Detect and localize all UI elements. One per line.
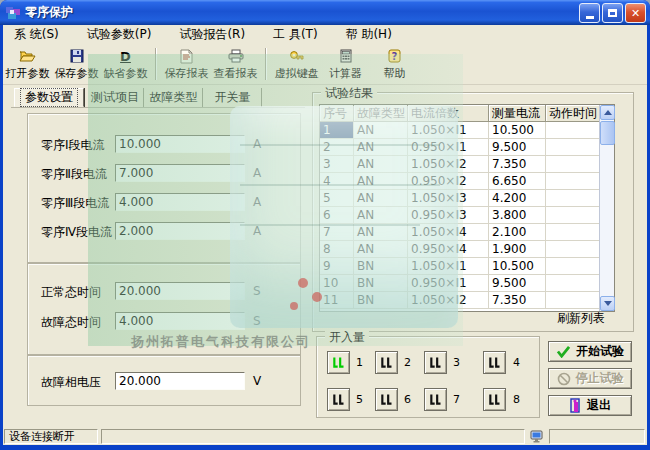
toolbar-label: 打开参数 — [6, 66, 50, 81]
col-header-index[interactable]: 序号 — [320, 105, 354, 122]
field-label-fault-voltage: 故障相电压 — [41, 374, 101, 391]
calculator-icon — [340, 48, 352, 65]
menu-test-report[interactable]: 试验报告(R) — [176, 25, 248, 44]
open-folder-icon — [19, 48, 36, 65]
i2-current-input[interactable] — [115, 164, 245, 182]
scroll-up-icon — [604, 110, 612, 115]
table-row[interactable]: 7AN1.050×I42.100 — [320, 224, 614, 241]
window-title: 零序保护 — [25, 4, 73, 21]
title-bar[interactable]: 零序保护 ✕ — [0, 0, 650, 25]
channel-number: 2 — [404, 356, 411, 369]
toolbar-label: 虚拟键盘 — [275, 66, 319, 81]
channel-6-toggle[interactable] — [375, 388, 398, 411]
menu-test-params[interactable]: 试验参数(P) — [84, 25, 155, 44]
tab-test-items[interactable]: 测试项目 — [87, 88, 144, 107]
refresh-list-button[interactable]: 刷新列表 — [557, 310, 605, 327]
pulse-icon — [428, 355, 443, 370]
table-row[interactable]: 10BN0.950×I19.500 — [320, 275, 614, 292]
table-row[interactable]: 6AN0.950×I33.800 — [320, 207, 614, 224]
i4-current-input[interactable] — [115, 222, 245, 240]
toolbar-label: 缺省参数 — [104, 66, 148, 81]
scroll-down-button[interactable] — [600, 296, 615, 311]
minimize-button[interactable] — [579, 3, 600, 23]
field-unit: S — [253, 284, 261, 298]
menu-bar: 系 统(S) 试验参数(P) 试验报告(R) 工 具(T) 帮 助(H) — [3, 25, 647, 44]
channel-5-toggle[interactable] — [327, 388, 350, 411]
col-header-current-multiple[interactable]: 电流倍数 — [408, 105, 489, 122]
channel-3-toggle[interactable] — [424, 351, 447, 374]
tab-fault-types[interactable]: 故障类型 — [145, 88, 203, 107]
table-row[interactable]: 4AN0.950×I26.650 — [320, 173, 614, 190]
fault-state-time-input[interactable] — [115, 312, 245, 330]
channel-8-toggle[interactable] — [483, 388, 506, 411]
table-row[interactable]: 9BN1.050×I110.500 — [320, 258, 614, 275]
field-label-i3: 零序Ⅲ段电流 — [41, 195, 109, 212]
tab-switch-values[interactable]: 开关量 — [204, 88, 262, 107]
toolbar-label: 查看报表 — [214, 66, 258, 81]
virtual-keyboard-button[interactable]: 虚拟键盘 — [272, 45, 321, 83]
pulse-icon — [428, 392, 443, 407]
col-header-action-time[interactable]: 动作时间 — [546, 105, 600, 122]
channel-number: 8 — [513, 393, 520, 406]
help-button[interactable]: ? 帮助 — [370, 45, 419, 83]
checkmark-icon — [556, 345, 571, 358]
pulse-icon — [331, 355, 346, 370]
start-test-button[interactable]: 开始试验 — [548, 341, 632, 362]
print-report-icon — [228, 48, 244, 65]
status-bar: 设备连接断开 — [3, 428, 647, 445]
fault-phase-voltage-input[interactable] — [115, 372, 245, 390]
field-label-fault-time: 故障态时间 — [41, 314, 101, 331]
close-button[interactable]: ✕ — [625, 3, 646, 23]
default-params-button[interactable]: D 缺省参数 — [101, 45, 150, 83]
pulse-icon — [379, 392, 394, 407]
table-row[interactable]: 5AN1.050×I34.200 — [320, 190, 614, 207]
results-frame-title: 试验结果 — [321, 85, 377, 102]
scroll-up-button[interactable] — [600, 105, 615, 120]
open-params-button[interactable]: 打开参数 — [3, 45, 52, 83]
table-row[interactable]: 11BN1.050×I27.350 — [320, 292, 614, 309]
table-row[interactable]: 1AN1.050×I110.500 — [320, 122, 614, 139]
save-report-button[interactable]: 保存报表 — [162, 45, 211, 83]
table-row[interactable]: 2AN0.950×I19.500 — [320, 139, 614, 156]
i1-current-input[interactable] — [115, 135, 245, 153]
status-right-panel — [549, 429, 645, 444]
menu-system[interactable]: 系 统(S) — [11, 25, 62, 44]
field-unit: V — [253, 374, 261, 388]
tab-param-settings[interactable]: 参数设置 — [14, 88, 84, 107]
menu-help[interactable]: 帮 助(H) — [343, 25, 395, 44]
table-row[interactable]: 3AN1.050×I27.350 — [320, 156, 614, 173]
i3-current-input[interactable] — [115, 193, 245, 211]
digital-inputs-title: 开入量 — [325, 329, 369, 346]
channel-number: 1 — [356, 356, 363, 369]
exit-button[interactable]: 退出 — [548, 395, 632, 416]
channel-4-toggle[interactable] — [483, 351, 506, 374]
table-scrollbar[interactable] — [599, 105, 614, 311]
col-header-measured-current[interactable]: 测量电流 — [489, 105, 546, 122]
calculator-button[interactable]: 计算器 — [321, 45, 370, 83]
digital-inputs-frame: 开入量 1 2 3 4 5 6 — [316, 336, 540, 418]
channel-2-toggle[interactable] — [375, 351, 398, 374]
scroll-thumb[interactable] — [600, 121, 615, 145]
channel-1-toggle[interactable] — [327, 351, 350, 374]
svg-text:?: ? — [392, 51, 398, 62]
view-report-button[interactable]: 查看报表 — [211, 45, 260, 83]
table-header-row: 序号 故障类型 电流倍数 测量电流 动作时间 — [320, 105, 614, 122]
maximize-button[interactable] — [602, 3, 623, 23]
close-icon: ✕ — [631, 7, 640, 20]
results-table: 序号 故障类型 电流倍数 测量电流 动作时间 1AN1.050×I110.500… — [319, 104, 615, 312]
field-label-normal-time: 正常态时间 — [41, 284, 101, 301]
save-params-button[interactable]: 保存参数 — [52, 45, 101, 83]
menu-tools[interactable]: 工 具(T) — [270, 25, 321, 44]
toolbar-label: 保存报表 — [165, 66, 209, 81]
channel-number: 4 — [513, 356, 520, 369]
channel-7-toggle[interactable] — [424, 388, 447, 411]
normal-state-time-input[interactable] — [115, 282, 245, 300]
save-report-icon — [180, 48, 193, 65]
scroll-down-icon — [604, 301, 612, 306]
maximize-icon — [608, 9, 617, 17]
pulse-icon — [487, 392, 502, 407]
toolbar-separator — [265, 48, 267, 80]
channel-number: 3 — [453, 356, 460, 369]
col-header-fault-type[interactable]: 故障类型 — [354, 105, 408, 122]
table-row[interactable]: 8AN0.950×I41.900 — [320, 241, 614, 258]
